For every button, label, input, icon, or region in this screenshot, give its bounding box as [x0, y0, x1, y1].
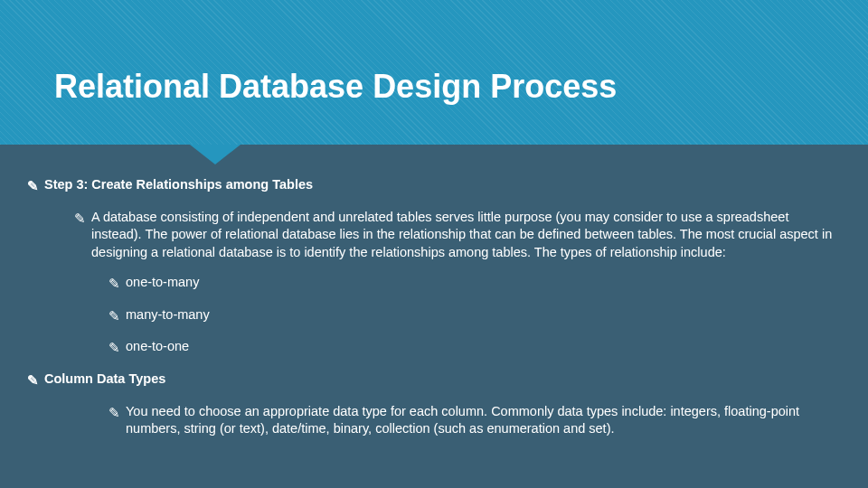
slide-header: Relational Database Design Process [0, 0, 868, 145]
bullet-text: A database consisting of independent and… [91, 209, 841, 262]
bullet-text: You need to choose an appropriate data t… [126, 403, 841, 438]
slide-title: Relational Database Design Process [54, 68, 617, 106]
bullet-rel-one-to-many: ✎ one-to-many [108, 274, 841, 294]
bullet-column-types: ✎ Column Data Types [27, 371, 841, 390]
bullet-text: one-to-one [126, 338, 841, 356]
bullet-text: Step 3: Create Relationships among Table… [44, 176, 841, 194]
bullet-icon: ✎ [108, 405, 120, 423]
header-notch-icon [190, 145, 241, 164]
bullet-rel-many-to-many: ✎ many-to-many [108, 306, 841, 326]
bullet-column-types-desc: ✎ You need to choose an appropriate data… [108, 403, 841, 438]
slide-content: ✎ Step 3: Create Relationships among Tab… [27, 176, 841, 446]
bullet-step3-desc: ✎ A database consisting of independent a… [74, 209, 841, 262]
bullet-text: Column Data Types [44, 371, 841, 389]
bullet-icon: ✎ [74, 211, 86, 229]
bullet-icon: ✎ [27, 372, 39, 390]
bullet-icon: ✎ [108, 340, 120, 358]
bullet-text: many-to-many [126, 306, 841, 324]
slide: Relational Database Design Process ✎ Ste… [0, 0, 868, 488]
bullet-icon: ✎ [108, 308, 120, 326]
bullet-icon: ✎ [108, 276, 120, 294]
bullet-icon: ✎ [27, 178, 39, 196]
bullet-text: one-to-many [126, 274, 841, 292]
bullet-step3: ✎ Step 3: Create Relationships among Tab… [27, 176, 841, 196]
bullet-rel-one-to-one: ✎ one-to-one [108, 338, 841, 358]
